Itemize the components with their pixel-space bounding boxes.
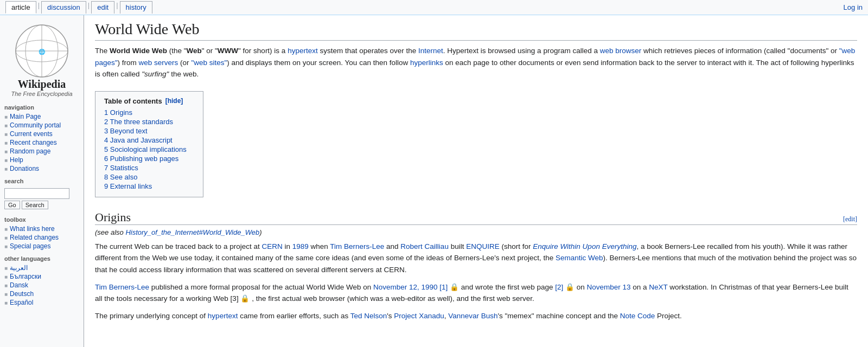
cern-link[interactable]: CERN	[261, 242, 282, 250]
sidebar-item-arabic[interactable]: ■العربية	[0, 264, 84, 272]
login-link[interactable]: Log in	[844, 3, 863, 11]
list-item: 5 Sociological implications	[104, 145, 194, 153]
tab-history[interactable]: history	[120, 1, 152, 14]
sidebar-item-bulgarian[interactable]: ■Български	[0, 272, 84, 281]
origins-p3: The primary underlying concept of hypert…	[95, 310, 857, 322]
sidebar-item-main-page[interactable]: ■Main Page	[0, 112, 84, 121]
enquire-book-link[interactable]: Enquire Within Upon Everything	[533, 242, 636, 250]
toc-link-9[interactable]: 9 External links	[104, 182, 152, 190]
bullet: ■	[4, 274, 8, 280]
page-title: World Wide Web	[95, 21, 857, 41]
bulgarian-link[interactable]: Български	[10, 273, 41, 280]
toc-link-7[interactable]: 7 Statistics	[104, 164, 138, 172]
toc-link-3[interactable]: 3 Beyond text	[104, 127, 148, 135]
toolbox-section: toolbox ■What links here ■Related change…	[0, 215, 84, 250]
vannevar-link[interactable]: Vannevar Bush	[448, 312, 497, 320]
tim-link[interactable]: Tim Berners-Lee	[330, 242, 384, 250]
main-content: World Wide Web The World Wide Web (the "…	[84, 15, 868, 347]
intro-paragraph: The World Wide Web (the "Web" or "WWW" f…	[95, 45, 857, 80]
search-button[interactable]: Search	[22, 201, 48, 209]
bullet: ■	[4, 140, 8, 146]
tab-sep-1: |	[38, 1, 40, 14]
ref2-link[interactable]: [2]	[555, 283, 563, 291]
bullet: ■	[4, 300, 8, 306]
sidebar-item-random-page[interactable]: ■Random page	[0, 147, 84, 156]
what-links-link[interactable]: What links here	[10, 225, 55, 233]
recent-changes-link[interactable]: Recent changes	[10, 139, 57, 146]
hypertext-link[interactable]: hypertext	[288, 47, 318, 55]
sidebar-item-community[interactable]: ■Community portal	[0, 121, 84, 130]
bullet: ■	[4, 131, 8, 137]
spanish-link[interactable]: Español	[10, 299, 33, 306]
list-item: 3 Beyond text	[104, 127, 194, 135]
sidebar-item-help[interactable]: ■Help	[0, 156, 84, 164]
tab-edit[interactable]: edit	[91, 1, 114, 14]
sidebar-item-spanish[interactable]: ■Español	[0, 298, 84, 307]
sidebar-item-special-pages[interactable]: ■Special pages	[0, 242, 84, 250]
notecode-link[interactable]: Note Code	[620, 312, 655, 320]
toc-link-6[interactable]: 6 Publishing web pages	[104, 155, 178, 163]
see-also-link[interactable]: History_of_the_Internet#World_Wide_Web	[125, 228, 259, 236]
logo-subtitle: The Free Encyclopedia	[0, 91, 84, 97]
tab-bar: article | discussion | edit | history	[5, 1, 152, 14]
toc-link-5[interactable]: 5 Sociological implications	[104, 145, 187, 153]
bullet: ■	[4, 226, 8, 232]
bullet: ■	[4, 123, 8, 128]
nov12-link[interactable]: November 12, 1990 [1]	[373, 283, 448, 291]
internet-link[interactable]: Internet	[418, 47, 443, 55]
web-browser-link[interactable]: web browser	[600, 47, 642, 55]
current-events-link[interactable]: Current events	[10, 130, 53, 138]
donations-link[interactable]: Donations	[10, 165, 39, 172]
hypertext-link-2[interactable]: hypertext	[208, 312, 238, 320]
list-item: 6 Publishing web pages	[104, 155, 194, 163]
hyperlinks-link[interactable]: hyperlinks	[410, 59, 443, 67]
sidebar-item-danish[interactable]: ■Dansk	[0, 281, 84, 290]
sidebar: 🌐 Wikipedia The Free Encyclopedia naviga…	[0, 15, 84, 347]
toc-title: Table of contents [hide]	[104, 97, 194, 105]
german-link[interactable]: Deutsch	[10, 290, 34, 298]
bullet: ■	[4, 114, 8, 120]
robert-link[interactable]: Robert Cailliau	[400, 242, 449, 250]
toc-link-4[interactable]: 4 Java and Javascript	[104, 136, 173, 144]
web-servers-link[interactable]: web servers	[139, 59, 178, 67]
tim-link-2[interactable]: Tim Berners-Lee	[95, 283, 149, 291]
sidebar-item-current-events[interactable]: ■Current events	[0, 130, 84, 138]
enquire-link[interactable]: ENQUIRE	[466, 242, 500, 250]
related-changes-link[interactable]: Related changes	[10, 234, 59, 241]
nov13-link[interactable]: November 13	[587, 283, 631, 291]
ted-nelson-link[interactable]: Ted Nelson	[350, 312, 387, 320]
xanadu-link[interactable]: Project Xanadu	[394, 312, 444, 320]
sidebar-item-recent-changes[interactable]: ■Recent changes	[0, 138, 84, 147]
tab-article[interactable]: article	[5, 1, 36, 14]
1989-link[interactable]: 1989	[292, 242, 309, 250]
svg-text:🌐: 🌐	[39, 48, 46, 55]
table-of-contents: Table of contents [hide] 1 Origins 2 The…	[95, 91, 203, 197]
toc-link-2[interactable]: 2 The three standards	[104, 118, 173, 126]
community-link[interactable]: Community portal	[10, 121, 61, 129]
sidebar-item-german[interactable]: ■Deutsch	[0, 290, 84, 298]
search-box: Go Search	[0, 186, 84, 211]
toc-hide-button[interactable]: [hide]	[165, 97, 183, 105]
semantic-web-link[interactable]: Semantic Web	[556, 254, 603, 262]
origins-edit-link[interactable]: [edit]	[843, 215, 857, 223]
toc-link-1[interactable]: 1 Origins	[104, 108, 132, 117]
bullet: ■	[4, 149, 8, 155]
bullet: ■	[4, 282, 8, 288]
web-sites-link[interactable]: "web sites"	[191, 59, 227, 67]
random-page-link[interactable]: Random page	[10, 147, 50, 155]
main-page-link[interactable]: Main Page	[10, 113, 41, 120]
toc-link-8[interactable]: 8 See also	[104, 173, 137, 181]
go-button[interactable]: Go	[4, 201, 20, 209]
logo-globe: 🌐	[15, 24, 69, 78]
help-link[interactable]: Help	[10, 156, 23, 164]
danish-link[interactable]: Dansk	[10, 281, 28, 289]
next-link[interactable]: NeXT	[649, 283, 667, 291]
sidebar-item-what-links[interactable]: ■What links here	[0, 224, 84, 233]
tab-discussion[interactable]: discussion	[41, 1, 86, 14]
origins-p1: The current Web can be traced back to a …	[95, 241, 857, 276]
special-pages-link[interactable]: Special pages	[10, 242, 50, 250]
sidebar-item-donations[interactable]: ■Donations	[0, 164, 84, 173]
sidebar-item-related-changes[interactable]: ■Related changes	[0, 233, 84, 242]
search-input[interactable]	[4, 188, 69, 199]
arabic-link[interactable]: العربية	[10, 264, 28, 272]
